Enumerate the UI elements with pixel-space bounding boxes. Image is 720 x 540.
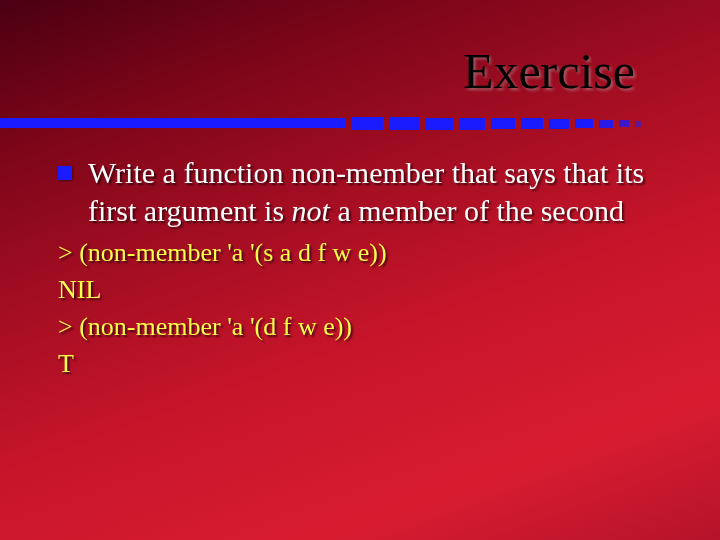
ruler-square [635, 121, 641, 127]
code-line: > (non-member 'a '(s a d f w e)) [58, 235, 670, 272]
code-line: T [58, 346, 670, 383]
slide-title: Exercise [463, 42, 635, 100]
code-line: NIL [58, 272, 670, 309]
decorative-ruler [0, 114, 720, 132]
ruler-square [549, 119, 569, 129]
ruler-square [599, 120, 613, 128]
ruler-square [521, 118, 543, 129]
slide: Exercise Write a function non-member tha… [0, 0, 720, 540]
ruler-square [459, 118, 485, 130]
ruler-square [389, 117, 419, 130]
code-line: > (non-member 'a '(d f w e)) [58, 309, 670, 346]
ruler-square [619, 120, 629, 127]
ruler-square [351, 117, 383, 130]
slide-content: Write a function non-member that says th… [58, 154, 670, 383]
ruler-squares [351, 117, 641, 130]
ruler-square [491, 118, 515, 129]
ruler-square [425, 118, 453, 130]
ruler-square [575, 119, 593, 128]
bullet-text-post: a member of the second [330, 194, 624, 227]
bullet-item: Write a function non-member that says th… [58, 154, 670, 229]
bullet-text: Write a function non-member that says th… [88, 154, 670, 229]
bullet-icon [58, 166, 72, 180]
code-block: > (non-member 'a '(s a d f w e)) NIL > (… [58, 235, 670, 383]
bullet-text-emph: not [292, 194, 330, 227]
ruler-bar [0, 118, 345, 128]
